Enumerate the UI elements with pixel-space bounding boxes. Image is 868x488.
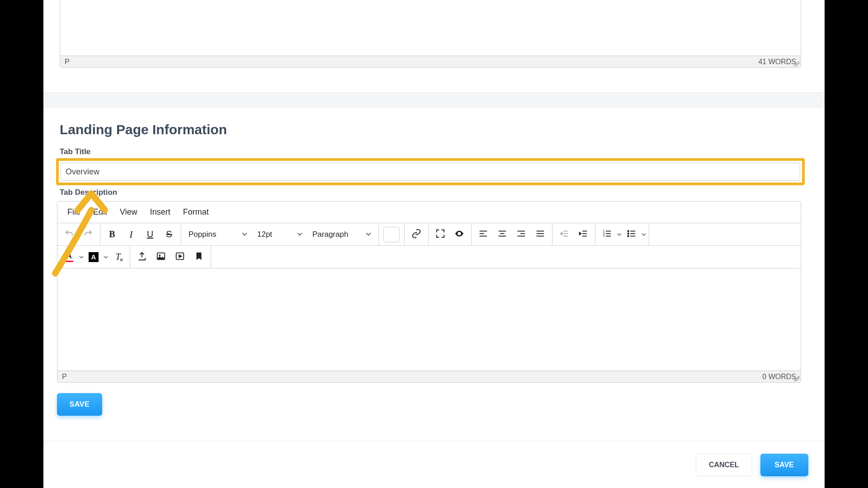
svg-point-28 bbox=[627, 230, 629, 232]
svg-point-32 bbox=[159, 254, 160, 256]
upper-editor: P 41 WORDS bbox=[60, 0, 801, 68]
font-family-value: Poppins bbox=[189, 230, 216, 239]
footer-bar: CANCEL SAVE bbox=[43, 441, 825, 488]
source-code-button[interactable] bbox=[383, 227, 400, 242]
image-icon bbox=[156, 251, 166, 263]
upper-path-indicator: P bbox=[65, 58, 70, 66]
font-size-dropdown[interactable]: 12pt bbox=[253, 226, 307, 243]
bullet-list-button[interactable] bbox=[623, 226, 641, 243]
preview-button[interactable] bbox=[450, 226, 468, 243]
underline-button[interactable]: U bbox=[141, 226, 159, 243]
indent-button[interactable] bbox=[574, 226, 592, 243]
outdent-button[interactable] bbox=[555, 226, 573, 243]
numbered-list-icon: 123 bbox=[602, 229, 612, 240]
editor-content-area[interactable] bbox=[57, 268, 801, 371]
align-left-button[interactable] bbox=[474, 226, 492, 243]
bullet-list-icon bbox=[627, 229, 637, 240]
cancel-button[interactable]: CANCEL bbox=[696, 454, 752, 476]
menu-format[interactable]: Format bbox=[177, 202, 215, 223]
resize-handle-icon[interactable] bbox=[794, 61, 800, 66]
play-icon bbox=[175, 251, 185, 263]
lower-path-indicator: P bbox=[62, 373, 67, 381]
outdent-icon bbox=[559, 229, 569, 240]
fullscreen-button[interactable] bbox=[431, 226, 449, 243]
block-format-dropdown[interactable]: Paragraph bbox=[308, 226, 376, 243]
align-right-icon bbox=[516, 229, 526, 240]
svg-point-29 bbox=[627, 233, 629, 234]
background-color-button[interactable]: A bbox=[85, 249, 103, 266]
indent-icon bbox=[578, 229, 588, 240]
link-button[interactable] bbox=[407, 226, 425, 243]
svg-point-0 bbox=[458, 233, 460, 235]
resize-handle-icon[interactable] bbox=[794, 376, 800, 381]
text-color-button[interactable]: A bbox=[60, 249, 78, 266]
menu-view[interactable]: View bbox=[113, 202, 144, 223]
section-title: Landing Page Information bbox=[60, 122, 227, 137]
svg-text:3: 3 bbox=[603, 234, 605, 237]
editor-toolbar-row-1: B I U S Poppins 12pt Paragraph bbox=[57, 223, 801, 246]
chevron-down-icon[interactable] bbox=[104, 253, 108, 261]
eye-icon bbox=[454, 229, 464, 240]
chevron-down-icon[interactable] bbox=[617, 230, 622, 239]
link-icon bbox=[411, 229, 421, 240]
fullscreen-icon bbox=[435, 229, 445, 240]
editor-toolbar-row-2: A A T✕ bbox=[57, 246, 801, 268]
save-button-footer[interactable]: SAVE bbox=[760, 454, 808, 476]
align-center-button[interactable] bbox=[493, 226, 511, 243]
menu-insert[interactable]: Insert bbox=[144, 202, 177, 223]
tab-title-label: Tab Title bbox=[60, 147, 90, 156]
tab-description-label: Tab Description bbox=[60, 188, 117, 197]
upload-button[interactable] bbox=[133, 249, 151, 266]
upper-editor-statusbar: P 41 WORDS bbox=[60, 56, 801, 67]
upload-icon bbox=[137, 251, 147, 263]
insert-media-button[interactable] bbox=[171, 249, 189, 266]
tab-description-editor: File Edit View Insert Format B I U S Pop… bbox=[57, 201, 801, 383]
numbered-list-button[interactable]: 123 bbox=[598, 226, 616, 243]
align-center-icon bbox=[497, 229, 507, 240]
font-family-dropdown[interactable]: Poppins bbox=[184, 226, 252, 243]
align-justify-button[interactable] bbox=[531, 226, 549, 243]
menu-file[interactable]: File bbox=[61, 202, 87, 223]
lower-editor-statusbar: P 0 WORDS bbox=[57, 371, 801, 382]
chevron-down-icon bbox=[366, 230, 371, 239]
strikethrough-button[interactable]: S bbox=[160, 226, 178, 243]
font-size-value: 12pt bbox=[257, 230, 272, 239]
save-button[interactable]: SAVE bbox=[57, 393, 102, 416]
italic-button[interactable]: I bbox=[122, 226, 140, 243]
chevron-down-icon bbox=[242, 230, 247, 239]
lower-word-count: 0 WORDS bbox=[762, 373, 796, 381]
chevron-down-icon[interactable] bbox=[79, 253, 84, 261]
align-justify-icon bbox=[535, 229, 545, 240]
tab-title-input[interactable] bbox=[61, 163, 800, 181]
background-color-icon: A bbox=[89, 252, 99, 262]
chevron-down-icon bbox=[297, 230, 302, 239]
card-divider bbox=[43, 92, 825, 108]
insert-image-button[interactable] bbox=[152, 249, 170, 266]
undo-icon bbox=[64, 229, 74, 240]
chevron-down-icon[interactable] bbox=[642, 230, 646, 239]
bookmark-icon bbox=[194, 251, 204, 263]
redo-icon bbox=[83, 229, 93, 240]
redo-button[interactable] bbox=[79, 226, 97, 243]
align-right-button[interactable] bbox=[512, 226, 530, 243]
text-color-icon: A bbox=[66, 252, 72, 260]
align-left-icon bbox=[478, 229, 488, 240]
clear-formatting-button[interactable]: T✕ bbox=[109, 249, 127, 266]
menu-edit[interactable]: Edit bbox=[87, 202, 113, 223]
undo-button[interactable] bbox=[60, 226, 78, 243]
clear-formatting-icon: T✕ bbox=[115, 252, 120, 262]
bookmark-button[interactable] bbox=[190, 249, 208, 266]
block-format-value: Paragraph bbox=[312, 230, 348, 239]
upper-word-count: 41 WORDS bbox=[758, 58, 796, 66]
editor-menubar: File Edit View Insert Format bbox=[57, 202, 801, 223]
text-color-swatch bbox=[65, 260, 73, 262]
tab-title-highlight bbox=[56, 158, 805, 185]
bold-button[interactable]: B bbox=[103, 226, 121, 243]
svg-point-30 bbox=[627, 235, 629, 237]
